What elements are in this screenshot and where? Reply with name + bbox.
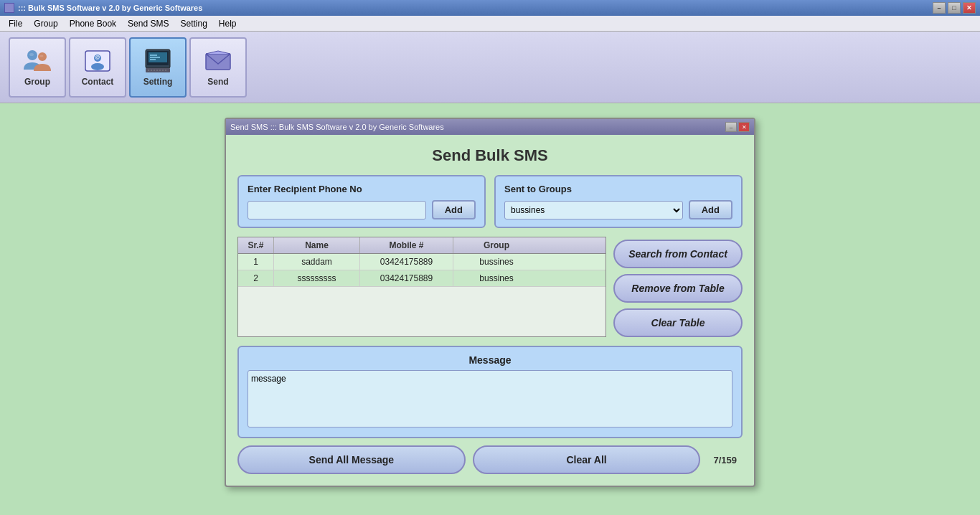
table-header: Sr.# Name Mobile # Group — [238, 237, 606, 254]
cell-group-1: bussines — [453, 254, 540, 270]
toolbar-group-label: Group — [24, 77, 50, 87]
clear-all-btn[interactable]: Clear All — [473, 445, 701, 474]
table-row[interactable]: 2 sssssssss 03424175889 bussines — [238, 270, 606, 287]
dialog-titlebar-title: Send SMS ::: Bulk SMS Software v 2.0 by … — [230, 123, 725, 131]
col-name: Name — [274, 237, 360, 253]
minimize-btn[interactable]: – — [933, 2, 946, 14]
menu-setting[interactable]: Setting — [174, 17, 212, 30]
svg-point-6 — [91, 63, 104, 70]
cell-name-2: sssssssss — [274, 270, 360, 286]
menubar: File Group Phone Book Send SMS Setting H… — [0, 16, 980, 32]
close-btn[interactable]: ✕ — [963, 2, 976, 14]
message-textarea[interactable]: message — [248, 370, 732, 427]
phone-section: Enter Recipient Phone No Add — [237, 175, 486, 228]
dialog-title: Send Bulk SMS — [237, 146, 743, 165]
phone-section-label: Enter Recipient Phone No — [248, 184, 476, 194]
phone-input[interactable] — [248, 201, 426, 219]
bottom-row: Send All Message Clear All 7/159 — [237, 445, 743, 474]
dialog-content: Send Bulk SMS Enter Recipient Phone No A… — [226, 135, 754, 486]
search-contact-btn[interactable]: Search from Contact — [613, 240, 743, 268]
message-label: Message — [248, 354, 732, 366]
message-textarea-wrapper: message — [248, 370, 732, 430]
contact-icon: @ — [83, 48, 113, 74]
col-group: Group — [453, 237, 540, 253]
toolbar-send-btn[interactable]: Send — [189, 37, 247, 98]
toolbar: Group @ Contact — [0, 32, 980, 103]
maximize-btn[interactable]: □ — [948, 2, 961, 14]
cell-sr-1: 1 — [238, 254, 274, 270]
toolbar-send-label: Send — [207, 77, 228, 87]
titlebar-controls: – □ ✕ — [933, 2, 976, 14]
send-all-btn[interactable]: Send All Message — [237, 445, 466, 474]
dialog-titlebar: Send SMS ::: Bulk SMS Software v 2.0 by … — [226, 119, 754, 135]
table-row[interactable]: 1 saddam 03424175889 bussines — [238, 254, 606, 270]
col-sr: Sr.# — [238, 237, 274, 253]
groups-section-label: Sent to Groups — [504, 184, 732, 194]
dialog-titlebar-controls: – ✕ — [725, 122, 750, 132]
toolbar-setting-label: Setting — [143, 77, 173, 87]
dialog-minimize-btn[interactable]: – — [725, 122, 737, 132]
dialog-close-btn[interactable]: ✕ — [738, 122, 750, 132]
group-select[interactable]: bussines friends family work — [504, 201, 683, 219]
toolbar-setting-btn[interactable]: Setting — [129, 37, 187, 98]
cell-name-1: saddam — [274, 254, 360, 270]
toolbar-contact-btn[interactable]: @ Contact — [69, 37, 126, 98]
menu-phonebook[interactable]: Phone Book — [64, 17, 122, 30]
setting-icon — [143, 48, 173, 74]
menu-help[interactable]: Help — [213, 17, 242, 30]
groups-input-row: bussines friends family work Add — [504, 200, 732, 219]
top-section: Enter Recipient Phone No Add Sent to Gro… — [237, 175, 743, 228]
menu-file[interactable]: File — [3, 17, 28, 30]
phone-input-row: Add — [248, 200, 476, 219]
phone-add-btn[interactable]: Add — [432, 200, 476, 219]
char-count: 7/159 — [707, 455, 743, 466]
dialog-window: Send SMS ::: Bulk SMS Software v 2.0 by … — [225, 118, 755, 487]
main-area: Send SMS ::: Bulk SMS Software v 2.0 by … — [0, 103, 980, 515]
svg-text:@: @ — [95, 55, 100, 60]
table-body: 1 saddam 03424175889 bussines 2 ssssssss… — [238, 254, 606, 287]
svg-point-3 — [40, 55, 44, 57]
message-section: Message message — [237, 346, 743, 438]
app-icon — [4, 3, 14, 13]
toolbar-group-btn[interactable]: Group — [9, 37, 66, 98]
cell-group-2: bussines — [453, 270, 540, 286]
group-icon — [22, 48, 52, 74]
recipients-table: Sr.# Name Mobile # Group 1 saddam 034241… — [237, 237, 606, 337]
svg-rect-14 — [146, 68, 170, 72]
titlebar: ::: Bulk SMS Software v 2.0 by Generic S… — [0, 0, 980, 16]
groups-add-btn[interactable]: Add — [689, 200, 732, 219]
remove-table-btn[interactable]: Remove from Table — [613, 274, 743, 303]
table-section: Sr.# Name Mobile # Group 1 saddam 034241… — [237, 237, 743, 337]
cell-sr-2: 2 — [238, 270, 274, 286]
cell-mobile-1: 03424175889 — [360, 254, 453, 270]
cell-mobile-2: 03424175889 — [360, 270, 453, 286]
action-buttons: Search from Contact Remove from Table Cl… — [613, 237, 743, 337]
send-icon — [203, 48, 233, 74]
groups-section: Sent to Groups bussines friends family w… — [494, 175, 743, 228]
col-mobile: Mobile # — [360, 237, 453, 253]
menu-sendsms[interactable]: Send SMS — [122, 17, 174, 30]
titlebar-title: ::: Bulk SMS Software v 2.0 by Generic S… — [18, 4, 202, 12]
toolbar-contact-label: Contact — [82, 77, 114, 87]
clear-table-btn[interactable]: Clear Table — [613, 308, 743, 337]
menu-group[interactable]: Group — [28, 17, 63, 30]
svg-point-2 — [29, 53, 34, 56]
